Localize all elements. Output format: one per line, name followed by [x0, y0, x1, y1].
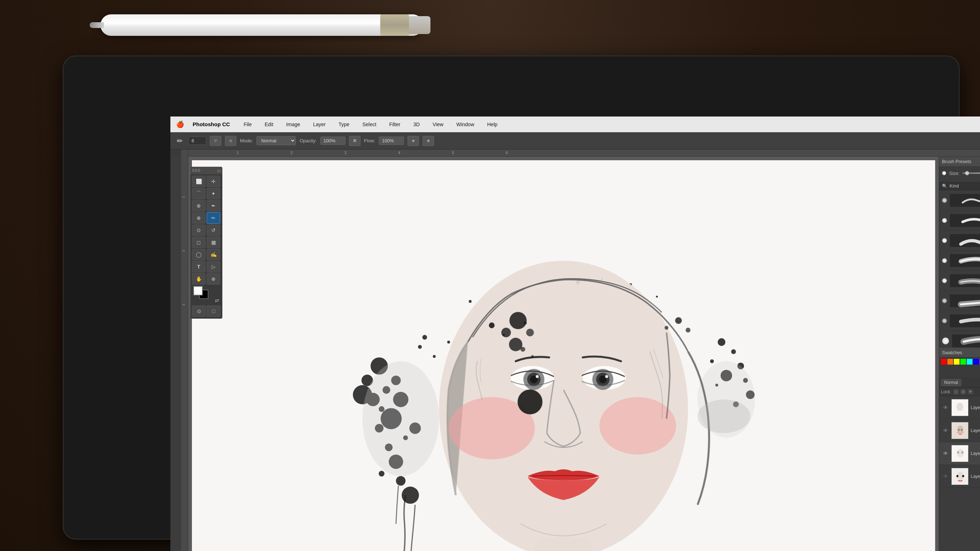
brush-kind-label: Kind: [950, 183, 959, 189]
pen-tool-button[interactable]: ✍: [207, 249, 220, 260]
menu-help[interactable]: Help: [485, 121, 500, 128]
camera-tool-button[interactable]: ⊙: [192, 305, 206, 317]
marquee-tool-button[interactable]: ⬜: [192, 176, 205, 187]
menu-view[interactable]: View: [430, 121, 445, 128]
layer-3-visibility-icon[interactable]: 👁: [942, 450, 949, 457]
eraser-tool-button[interactable]: ◻: [192, 237, 205, 248]
svg-point-23: [731, 349, 736, 354]
lock-pixels-button[interactable]: ⊡: [961, 389, 966, 394]
brush-item-5[interactable]: [939, 271, 980, 291]
menu-window[interactable]: Window: [454, 121, 476, 128]
swatch-cyan[interactable]: [967, 359, 972, 365]
brush-presets-panel: Brush Presets ≫ Size: 6 px ⊞ 🔍 Kind: [939, 157, 980, 357]
dodge-tool-button[interactable]: ◯: [192, 249, 205, 260]
brush-item-2[interactable]: [939, 210, 980, 230]
ruler-mark-2: 2: [291, 151, 293, 155]
apple-pencil: [100, 14, 423, 36]
layer-4-visibility-icon[interactable]: 👁: [942, 473, 949, 480]
menu-select[interactable]: Select: [360, 121, 379, 128]
zoom-tool-button[interactable]: ⊕: [207, 273, 220, 285]
svg-point-50: [605, 375, 608, 378]
svg-point-15: [379, 471, 385, 476]
menu-file[interactable]: File: [242, 121, 254, 128]
shape-tool-button[interactable]: ▷: [207, 261, 220, 272]
swatch-blue[interactable]: [973, 359, 979, 365]
svg-point-60: [520, 347, 525, 352]
brush-3-preview: [950, 234, 980, 247]
flow-options-button[interactable]: ⊕: [407, 136, 419, 146]
svg-point-73: [957, 431, 959, 433]
app-name: Photoshop CC: [192, 121, 230, 127]
ruler-vmark-1: 1: [182, 196, 185, 198]
move-tool-button[interactable]: ✛: [207, 176, 220, 187]
brush-size-slider[interactable]: [963, 172, 980, 174]
crop-tool-button[interactable]: ⊕: [192, 200, 205, 211]
brush-size-input[interactable]: [188, 137, 206, 145]
layer-item-4[interactable]: 👁 Layer 4: [939, 465, 980, 488]
brush-tool-button[interactable]: ✏: [207, 212, 220, 224]
text-tool-button[interactable]: T: [192, 261, 205, 272]
brush-size-row: Size: 6 px ⊞: [942, 169, 980, 178]
foreground-color-swatch[interactable]: [193, 286, 203, 295]
svg-point-56: [509, 312, 527, 329]
brush-item-3[interactable]: [939, 230, 980, 251]
swatch-green[interactable]: [960, 359, 966, 365]
layer-1-visibility-icon[interactable]: 👁: [942, 404, 949, 411]
brush-options-button[interactable]: ▽: [210, 136, 221, 146]
3d-tool-button[interactable]: □: [207, 305, 221, 317]
layer-item-3[interactable]: 👁 Layer 3: [939, 442, 980, 465]
eyedropper-button[interactable]: ✒: [207, 200, 220, 211]
flow-input[interactable]: [379, 137, 404, 145]
toolbox-expand-button[interactable]: ▷: [218, 168, 221, 173]
hand-tool-button[interactable]: ✋: [192, 273, 205, 285]
opacity-input[interactable]: [320, 137, 345, 145]
vertical-ruler: 1 2 3: [181, 149, 188, 551]
menu-3d[interactable]: 3D: [411, 121, 422, 128]
brush-2-size-indicator: [942, 218, 947, 223]
mode-select[interactable]: Normal Multiply Screen Overlay: [256, 136, 296, 145]
menu-image[interactable]: Image: [284, 121, 302, 128]
lock-position-button[interactable]: ✛: [968, 389, 973, 394]
svg-point-71: [958, 429, 959, 430]
magic-wand-button[interactable]: ✦: [207, 188, 220, 199]
airbrush-button[interactable]: ⊙: [225, 136, 236, 146]
menu-filter[interactable]: Filter: [387, 121, 402, 128]
brush-2-preview: [950, 214, 980, 227]
layer-2-visibility-icon[interactable]: 👁: [942, 427, 949, 434]
layer-2-thumbnail: [951, 422, 969, 439]
layer-item-1[interactable]: 👁 Layer 1: [939, 396, 980, 419]
brush-5-preview: [950, 274, 980, 287]
heal-tool-button[interactable]: ⊗: [192, 212, 205, 224]
clone-stamp-button[interactable]: ⊙: [192, 224, 205, 236]
brush-stroke-list[interactable]: [939, 191, 980, 352]
brush-8-preview: [952, 335, 980, 348]
brush-item-7[interactable]: [939, 311, 980, 331]
brush-item-6[interactable]: [939, 291, 980, 311]
layer-2-name: Layer 2: [970, 428, 980, 433]
menu-edit[interactable]: Edit: [262, 121, 275, 128]
swatch-orange[interactable]: [947, 359, 953, 365]
svg-point-16: [396, 476, 406, 486]
layer-item-2[interactable]: 👁 Layer 2: [939, 419, 980, 442]
layers-blend-mode-row: Normal Opacity: 100%: [939, 378, 980, 387]
menu-layer[interactable]: Layer: [311, 121, 328, 128]
lock-transparent-button[interactable]: ◻: [953, 389, 958, 394]
svg-point-65: [665, 326, 669, 330]
swap-colors-button[interactable]: ⇄: [215, 297, 219, 303]
brush-size-thumb[interactable]: [965, 171, 969, 175]
history-brush-button[interactable]: ↺: [207, 224, 220, 236]
brush-item-1[interactable]: [939, 191, 980, 210]
brush-item-4[interactable]: [939, 251, 980, 271]
painting-canvas[interactable]: [192, 160, 935, 551]
layers-blend-mode-select[interactable]: Normal: [941, 379, 961, 386]
layer-1-name: Layer 1: [970, 405, 980, 410]
smoothing-button[interactable]: ⊗: [423, 136, 434, 146]
swatch-red[interactable]: [941, 359, 947, 365]
swatch-yellow[interactable]: [954, 359, 959, 365]
apple-logo-icon: 🍎: [176, 121, 184, 129]
gradient-tool-button[interactable]: ▦: [207, 237, 220, 248]
opacity-options-button[interactable]: ⌘: [349, 136, 361, 146]
svg-point-59: [526, 329, 534, 336]
menu-type[interactable]: Type: [336, 121, 352, 128]
lasso-tool-button[interactable]: ⌒: [192, 188, 205, 199]
